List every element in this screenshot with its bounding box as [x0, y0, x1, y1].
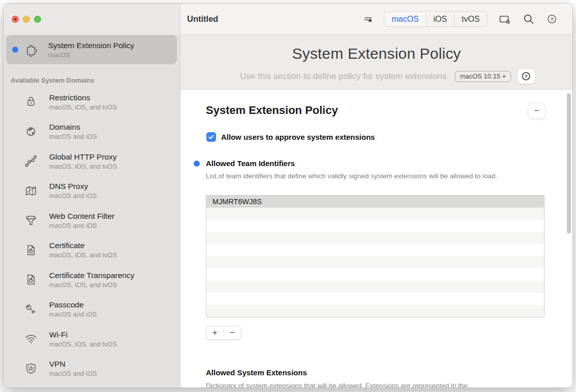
table-row-empty[interactable]: [206, 220, 544, 232]
allow-users-label: Allow users to approve system extensions: [221, 133, 375, 141]
payload-header: System Extension Policy Use this section…: [181, 35, 572, 90]
lock-icon: [22, 93, 40, 110]
map-icon: [22, 182, 40, 200]
sidebar-item-label: DNS Proxy: [49, 181, 97, 191]
payload-title: System Extension Policy: [181, 45, 572, 62]
configured-indicator-dot: [12, 47, 18, 53]
sidebar-item-subtitle: macOS and iOS: [49, 369, 97, 378]
team-identifiers-description: List of team identifiers that define whi…: [206, 171, 538, 182]
sidebar-item-subtitle: macOS, iOS, and tvOS: [49, 103, 117, 111]
sidebar-item-subtitle: macOS and iOS: [49, 221, 115, 230]
minus-icon: −: [534, 106, 539, 116]
add-remove-control: + −: [206, 326, 241, 340]
key-icon: [22, 301, 40, 318]
sidebar-item-restrictions[interactable]: Restrictions macOS, iOS, and tvOS: [4, 87, 180, 117]
add-row-button[interactable]: +: [206, 326, 224, 339]
sidebar-item-dns-proxy[interactable]: DNS Proxy macOS and iOS: [4, 176, 180, 206]
certificate-lock-icon: [22, 271, 40, 288]
table-row-empty[interactable]: [206, 208, 544, 220]
payload-subtitle: Use this section to define policy for sy…: [240, 71, 449, 82]
svg-text:?: ?: [525, 73, 528, 79]
certificate-lock-icon: [22, 242, 40, 259]
close-button[interactable]: [12, 16, 19, 23]
table-row[interactable]: MJMRT6WJ8S: [206, 195, 544, 208]
sidebar-item-label: Certificate: [49, 241, 117, 251]
platform-segmented-control: macOS iOS tvOS: [384, 11, 487, 27]
sidebar-item-certificate[interactable]: Certificate macOS, iOS, and tvOS: [4, 236, 180, 265]
zoom-button[interactable]: [34, 16, 41, 23]
table-row-empty[interactable]: [206, 232, 544, 244]
sidebar-item-subtitle: macOS and iOS: [49, 310, 97, 319]
svg-text:?: ?: [550, 16, 553, 22]
payload-help-button[interactable]: ?: [517, 68, 535, 84]
toolbar: Untitled macOS iOS tvOS: [181, 4, 572, 35]
payload-content: System Extension Policy − Allow users to…: [181, 90, 572, 387]
system-extensions-heading: Allowed System Extensions: [206, 368, 307, 377]
sidebar-item-system-extension-policy[interactable]: System Extension Policy macOS: [6, 35, 177, 64]
sidebar-item-label: Domains: [49, 122, 97, 132]
sidebar-item-subtitle: macOS and iOS: [49, 191, 97, 200]
configured-indicator-dot: [194, 161, 200, 167]
segment-ios[interactable]: iOS: [426, 12, 454, 26]
sidebar-item-subtitle: macOS, iOS, and tvOS: [49, 340, 117, 348]
app-window: System Extension Policy macOS Available …: [3, 3, 573, 388]
sidebar-item-label: VPN: [49, 359, 97, 369]
segment-macos[interactable]: macOS: [384, 12, 425, 26]
sidebar-item-label: Wi-Fi: [49, 330, 117, 340]
globe-icon: [22, 123, 40, 140]
sidebar-item-label: Web Content Filter: [49, 211, 115, 221]
minimize-button[interactable]: [23, 16, 30, 23]
system-extensions-description: Dictionary of system extensions that wil…: [206, 380, 534, 387]
sidebar: System Extension Policy macOS Available …: [4, 4, 181, 387]
vertical-scrollbar[interactable]: [567, 93, 571, 233]
team-identifiers-heading: Allowed Team Identifiers: [206, 159, 295, 168]
sidebar-item-domains[interactable]: Domains macOS and iOS: [4, 117, 180, 147]
os-version-badge: macOS 10.15 +: [455, 71, 511, 82]
sidebar-item-subtitle: macOS: [48, 51, 134, 59]
sidebar-item-subtitle: macOS, iOS, and tvOS: [49, 251, 117, 259]
sidebar-item-label: Passcode: [49, 300, 97, 310]
help-icon[interactable]: ?: [543, 12, 560, 27]
proxy-nodes-icon: [22, 152, 40, 170]
remove-row-button[interactable]: −: [224, 326, 241, 339]
wifi-icon: [22, 330, 40, 347]
sidebar-item-label: System Extension Policy: [48, 41, 134, 51]
sidebar-item-vpn[interactable]: VPN macOS and iOS: [4, 354, 180, 384]
sidebar-item-global-http-proxy[interactable]: Global HTTP Proxy macOS, iOS, and tvOS: [4, 146, 180, 176]
table-row-empty[interactable]: [206, 268, 544, 281]
sidebar-titlebar: [4, 4, 180, 35]
sidebar-item-subtitle: macOS, iOS, and tvOS: [49, 281, 134, 289]
sidebar-section-header: Available System Domains: [11, 76, 180, 84]
remove-section-button[interactable]: −: [528, 103, 546, 119]
allow-users-checkbox[interactable]: [206, 132, 216, 142]
sidebar-item-label: Certificate Transparency: [49, 270, 134, 281]
table-row-empty[interactable]: [206, 244, 544, 256]
section-heading: System Extension Policy: [206, 104, 338, 117]
shield-star-icon: [22, 360, 40, 377]
traffic-lights: [12, 16, 41, 23]
table-row-empty[interactable]: [206, 293, 544, 305]
table-row-empty[interactable]: [206, 256, 544, 268]
segment-tvos[interactable]: tvOS: [454, 12, 487, 26]
sidebar-item-certificate-transparency[interactable]: Certificate Transparency macOS, iOS, and…: [4, 265, 180, 295]
team-identifiers-table[interactable]: MJMRT6WJ8S: [206, 195, 545, 318]
sidebar-item-subtitle: macOS and iOS: [49, 132, 97, 141]
table-row-empty[interactable]: [206, 281, 544, 293]
desktop: System Extension Policy macOS Available …: [0, 0, 576, 392]
sidebar-item-subtitle: macOS, iOS, and tvOS: [49, 162, 117, 171]
sidebar-item-label: Restrictions: [49, 93, 117, 103]
table-row-empty[interactable]: [206, 305, 544, 317]
document-title: Untitled: [187, 14, 218, 24]
sidebar-item-passcode[interactable]: Passcode macOS and iOS: [4, 295, 180, 325]
sidebar-item-web-content-filter[interactable]: Web Content Filter macOS and iOS: [4, 206, 180, 236]
search-icon[interactable]: [520, 12, 537, 27]
sidebar-list: Restrictions macOS, iOS, and tvOS Domain…: [4, 87, 180, 387]
device-check-icon[interactable]: [496, 12, 514, 27]
sidebar-item-label: Global HTTP Proxy: [49, 152, 117, 162]
main-area: Untitled macOS iOS tvOS: [181, 4, 572, 387]
filter-icon[interactable]: [359, 12, 377, 27]
checkmark-icon: [208, 134, 214, 140]
sidebar-item-wifi[interactable]: Wi-Fi macOS, iOS, and tvOS: [4, 324, 180, 354]
funnel-icon: [22, 212, 40, 229]
puzzle-icon: [23, 41, 41, 58]
